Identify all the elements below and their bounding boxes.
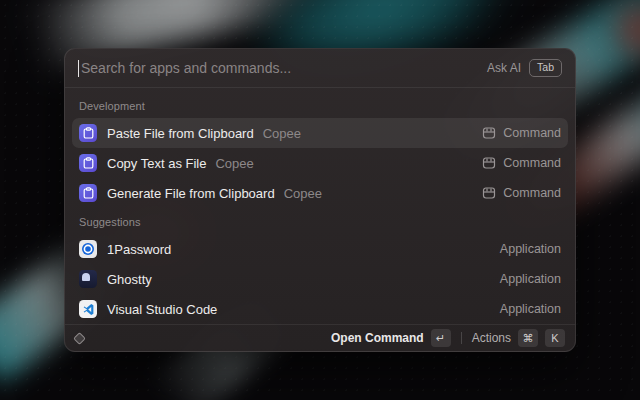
- action-bar: Open Command ↵ Actions ⌘ K: [65, 324, 575, 351]
- item-type-label: Application: [500, 242, 561, 256]
- item-type-label: Command: [503, 186, 561, 200]
- ask-ai-label[interactable]: Ask AI: [487, 61, 521, 75]
- list-item-visual-studio-code[interactable]: Visual Studio Code Application: [72, 294, 568, 324]
- list-item-paste-file-from-clipboard[interactable]: Paste File from Clipboard Copee Command: [72, 118, 568, 148]
- item-title: Visual Studio Code: [107, 302, 217, 317]
- item-title: Copy Text as File: [107, 156, 206, 171]
- clipboard-icon: [79, 154, 97, 172]
- list-item-copy-text-as-file[interactable]: Copy Text as File Copee Command: [72, 148, 568, 178]
- open-command-button[interactable]: Open Command: [331, 331, 424, 345]
- item-title: Ghostty: [107, 272, 152, 287]
- return-key-badge: ↵: [431, 329, 451, 347]
- item-type-label: Application: [500, 302, 561, 316]
- list-item-generate-file-from-clipboard[interactable]: Generate File from Clipboard Copee Comma…: [72, 178, 568, 208]
- ghostty-icon: [79, 270, 97, 288]
- item-title: 1Password: [107, 242, 171, 257]
- list-item-ghostty[interactable]: Ghostty Application: [72, 264, 568, 294]
- k-key-badge: K: [545, 329, 565, 347]
- extension-icon: [75, 334, 84, 343]
- search-bar: Ask AI Tab: [65, 49, 575, 87]
- section-header-development: Development: [72, 92, 568, 118]
- cmd-key-badge: ⌘: [518, 329, 538, 347]
- item-type-label: Command: [503, 156, 561, 170]
- clipboard-icon: [79, 124, 97, 142]
- item-subtitle: Copee: [215, 156, 253, 171]
- vscode-icon: [79, 300, 97, 318]
- footer-divider: [461, 332, 462, 344]
- item-subtitle: Copee: [263, 126, 301, 141]
- 1password-icon: [79, 240, 97, 258]
- command-type-icon: [482, 156, 496, 170]
- launcher-window: Ask AI Tab Development Paste File from C…: [64, 48, 576, 352]
- tab-key-badge: Tab: [529, 59, 562, 77]
- clipboard-icon: [79, 184, 97, 202]
- item-type-label: Command: [503, 126, 561, 140]
- diamond-icon: [73, 332, 86, 345]
- item-type-label: Application: [500, 272, 561, 286]
- search-input[interactable]: [81, 60, 487, 76]
- item-title: Generate File from Clipboard: [107, 186, 275, 201]
- item-title: Paste File from Clipboard: [107, 126, 254, 141]
- command-type-icon: [482, 186, 496, 200]
- actions-button[interactable]: Actions: [472, 331, 511, 345]
- text-caret: [78, 60, 79, 77]
- list-item-1password[interactable]: 1Password Application: [72, 234, 568, 264]
- item-subtitle: Copee: [284, 186, 322, 201]
- command-type-icon: [482, 126, 496, 140]
- section-header-suggestions: Suggestions: [72, 208, 568, 234]
- results-list: Development Paste File from Clipboard Co…: [65, 88, 575, 324]
